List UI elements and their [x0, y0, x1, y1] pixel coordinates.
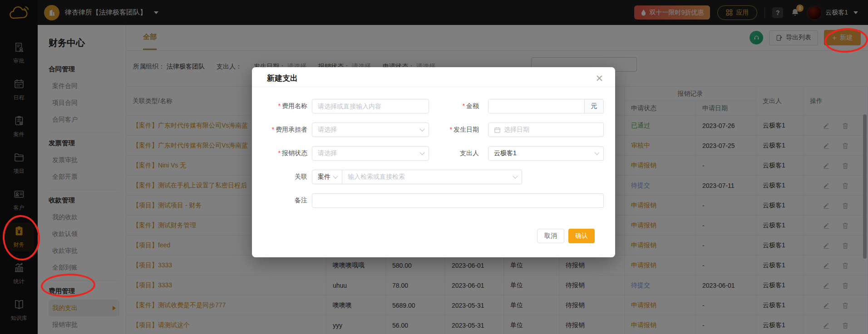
modal-footer: 取消 确认: [266, 217, 604, 243]
chevron-down-icon: [419, 126, 424, 131]
required-asterisk: *: [463, 102, 465, 109]
reimburse-status-label: *报销状态: [266, 149, 312, 157]
relation-label: 关联: [266, 173, 312, 181]
chevron-down-icon: [333, 173, 338, 178]
confirm-button[interactable]: 确认: [568, 229, 595, 243]
amount-input-group: 元: [488, 99, 604, 113]
remark-label: 备注: [266, 196, 312, 205]
chevron-down-icon: [419, 150, 424, 155]
remark-input[interactable]: [312, 193, 604, 208]
calendar-icon: [494, 127, 501, 133]
expense-name-label: *费用名称: [266, 102, 312, 110]
new-expense-modal: 新建支出 ✕ *费用名称 *金额 元 *费用承担者 请选择 *发生日期 选择日期: [252, 67, 615, 257]
required-asterisk: *: [278, 149, 281, 157]
relation-search-select[interactable]: 输入检索或直接检索: [342, 170, 522, 184]
modal-title: 新建支出: [267, 73, 298, 84]
payer-label: 支出人: [429, 149, 483, 157]
close-icon[interactable]: ✕: [595, 74, 603, 83]
modal-body: *费用名称 *金额 元 *费用承担者 请选择 *发生日期 选择日期 *报销状态 …: [252, 87, 615, 243]
amount-label: *金额: [429, 102, 483, 110]
modal-header: 新建支出 ✕: [252, 67, 615, 87]
cancel-button[interactable]: 取消: [537, 229, 564, 243]
bearer-label: *费用承担者: [266, 126, 312, 134]
chevron-down-icon: [513, 173, 518, 178]
relation-type-select[interactable]: 案件: [312, 170, 342, 184]
required-asterisk: *: [278, 102, 281, 109]
occur-date-picker[interactable]: 选择日期: [488, 123, 604, 137]
expense-name-input[interactable]: [312, 99, 429, 113]
payer-select[interactable]: 云极客1: [488, 146, 604, 161]
amount-input[interactable]: [488, 99, 584, 113]
required-asterisk: *: [450, 126, 452, 133]
reimburse-status-select[interactable]: 请选择: [312, 146, 429, 161]
chevron-down-icon: [594, 150, 599, 155]
bearer-select[interactable]: 请选择: [312, 123, 429, 137]
currency-suffix: 元: [584, 99, 603, 113]
required-asterisk: *: [272, 126, 274, 133]
occur-date-label: *发生日期: [429, 126, 483, 134]
